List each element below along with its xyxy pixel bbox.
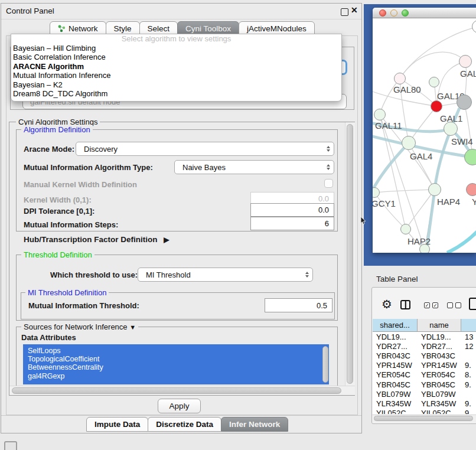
table-row[interactable]: YPR145WYPR145W9. bbox=[373, 361, 476, 370]
node-label: HAP4 bbox=[437, 197, 460, 207]
network-node-gal80[interactable] bbox=[394, 73, 406, 84]
sources-title[interactable]: Sources for Network Inference ▼ bbox=[21, 322, 138, 331]
table-row[interactable]: YIL052CYIL052C9 bbox=[373, 409, 476, 415]
mi-type-value: Naive Bayes bbox=[182, 163, 226, 172]
apply-button[interactable]: Apply bbox=[158, 399, 201, 413]
float-panel-icon[interactable] bbox=[341, 8, 348, 16]
table-cell: 12 bbox=[461, 342, 476, 351]
dpi-tolerance-field[interactable]: 0.0 bbox=[250, 203, 334, 217]
close-window-icon[interactable] bbox=[379, 9, 386, 17]
network-node-swi4[interactable] bbox=[444, 122, 458, 136]
table-header: shared... name bbox=[373, 319, 476, 332]
screen: Control Panel ✕ Network Style Select Cyn… bbox=[0, 0, 476, 450]
table-body[interactable]: YDL19...YDL19...13YDR27...YDR27...12YBR0… bbox=[373, 332, 476, 414]
combo-stepper-icon bbox=[305, 272, 309, 278]
table-row[interactable]: YBL079WYBL079W bbox=[373, 389, 476, 399]
column-header-partial[interactable] bbox=[461, 319, 476, 332]
column-header-shared-name[interactable]: shared... bbox=[373, 319, 418, 332]
deselect-all-checkboxes-icon[interactable] bbox=[447, 302, 461, 308]
tab-infer-network[interactable]: Infer Network bbox=[221, 417, 288, 432]
table-cell: 9. bbox=[461, 380, 476, 389]
algorithm-option[interactable]: Mutual Information Inference bbox=[11, 71, 341, 80]
threshold-title: Threshold Definition bbox=[21, 250, 94, 259]
network-node-gal1[interactable] bbox=[431, 100, 442, 112]
table-row[interactable]: YBR043CYBR043C bbox=[373, 351, 476, 360]
network-node-y[interactable] bbox=[466, 183, 476, 196]
minimize-window-icon[interactable] bbox=[390, 9, 397, 17]
attribute-list-item[interactable]: gal4RGexp bbox=[23, 372, 329, 380]
kernel-width-value: 0.0 bbox=[318, 194, 329, 203]
manual-kernel-checkbox[interactable] bbox=[324, 179, 333, 188]
close-panel-icon[interactable]: ✕ bbox=[351, 5, 358, 15]
table-row[interactable]: YDL19...YDL19...13 bbox=[373, 332, 476, 341]
combo-stepper-icon bbox=[327, 146, 330, 152]
aracne-mode-value: Discovery bbox=[84, 145, 118, 154]
network-node[interactable] bbox=[457, 94, 472, 110]
columns-icon[interactable] bbox=[400, 300, 410, 309]
tab-impute-data[interactable]: Impute Data bbox=[86, 417, 148, 432]
algorithm-dropdown-hint: Select algorithm to view settings bbox=[11, 34, 341, 44]
mi-type-combobox[interactable]: Naive Bayes bbox=[174, 160, 334, 174]
mi-steps-value: 6 bbox=[325, 219, 329, 228]
table-cell: YBR043C bbox=[373, 351, 418, 360]
mi-steps-field[interactable]: 6 bbox=[250, 217, 334, 230]
zoom-window-icon[interactable] bbox=[402, 9, 409, 17]
attribute-list-scrollbar[interactable] bbox=[322, 346, 328, 383]
aracne-mode-combobox[interactable]: Discovery bbox=[76, 142, 334, 156]
table-row[interactable]: YLR345WYLR345W9. bbox=[373, 399, 476, 408]
tab-cyni-toolbox-label: Cyni Toolbox bbox=[185, 24, 231, 33]
table-cell: 9. bbox=[461, 361, 476, 370]
settings-vscroll-thumb[interactable] bbox=[347, 124, 353, 384]
tab-discretize-data-label: Discretize Data bbox=[156, 420, 213, 429]
table-cell: YPR145W bbox=[418, 361, 461, 370]
table-hscroll-thumb[interactable] bbox=[374, 416, 473, 421]
network-node[interactable] bbox=[419, 244, 430, 253]
tab-style-label: Style bbox=[114, 24, 132, 33]
restore-panel-button[interactable] bbox=[4, 441, 17, 450]
algorithm-option[interactable]: Dream8 DC_TDC Algorithm bbox=[11, 89, 341, 98]
data-attributes-list[interactable]: SelfLoopsTopologicalCoefficientBetweenne… bbox=[23, 344, 329, 384]
algorithm-option[interactable]: Basic Correlation Inference bbox=[11, 53, 341, 61]
mi-steps-label: Mutual Information Steps: bbox=[24, 220, 118, 229]
table-cell: YIL052C bbox=[373, 409, 418, 414]
network-node[interactable] bbox=[464, 149, 476, 165]
table-row[interactable]: YER054CYER054C8. bbox=[373, 370, 476, 380]
node-label: GCY1 bbox=[373, 198, 396, 208]
network-node-gal11[interactable] bbox=[374, 109, 386, 120]
select-all-checkboxes-icon[interactable]: ✓✓ bbox=[424, 302, 438, 308]
network-node-hap2[interactable] bbox=[400, 224, 411, 234]
column-header-name[interactable]: name bbox=[418, 319, 461, 332]
combo-stepper-icon bbox=[327, 164, 330, 170]
table-cell: 9. bbox=[461, 399, 476, 408]
attribute-list-item[interactable]: BetweennessCentrality bbox=[23, 363, 329, 371]
network-window-titlebar[interactable] bbox=[373, 8, 476, 18]
attribute-list-item[interactable]: SelfLoops bbox=[23, 347, 329, 355]
network-node-gal[interactable] bbox=[459, 55, 472, 68]
aracne-mode-label: Aracne Mode: bbox=[24, 145, 74, 154]
algorithm-option[interactable]: Bayesian – K2 bbox=[11, 80, 341, 89]
algorithm-option[interactable]: ARACNE Algorithm bbox=[11, 62, 341, 71]
table-row[interactable]: YDR27...YDR27...12 bbox=[373, 341, 476, 351]
network-node-gal10[interactable] bbox=[429, 77, 439, 87]
network-canvas[interactable]: GALGAL80GAL10GAL1GAL11SWI4GAL4GCY1HAP4YH… bbox=[373, 18, 476, 253]
node-label: GAL11 bbox=[375, 120, 402, 131]
data-attributes-label: Data Attributes bbox=[21, 333, 76, 342]
algorithm-dropdown-items: Bayesian – Hill ClimbingBasic Correlatio… bbox=[11, 44, 341, 98]
mi-threshold-field[interactable]: 0.5 bbox=[265, 298, 332, 312]
table-row[interactable]: YBR045CYBR045C9. bbox=[373, 380, 476, 389]
network-node-hap4[interactable] bbox=[428, 183, 441, 196]
settings-hscroll-thumb[interactable] bbox=[12, 387, 341, 394]
tab-discretize-data[interactable]: Discretize Data bbox=[148, 417, 221, 432]
hub-definition-expander[interactable]: Hub/Transcription Factor Definition ▶ bbox=[24, 235, 169, 244]
new-table-icon[interactable] bbox=[469, 298, 476, 310]
apply-button-label: Apply bbox=[169, 402, 190, 410]
dpi-tolerance-value: 0.0 bbox=[318, 206, 329, 214]
gear-icon[interactable]: ⚙ bbox=[382, 297, 392, 311]
attribute-list-item[interactable]: TopologicalCoefficient bbox=[23, 355, 329, 363]
table-cell: YBR043C bbox=[418, 351, 461, 360]
table-cell: YER054C bbox=[373, 370, 418, 379]
network-node-gal4[interactable] bbox=[402, 136, 416, 150]
table-cell: YDL19... bbox=[373, 332, 418, 341]
which-threshold-combobox[interactable]: MI Threshold bbox=[138, 268, 313, 282]
algorithm-option[interactable]: Bayesian – Hill Climbing bbox=[11, 44, 341, 53]
